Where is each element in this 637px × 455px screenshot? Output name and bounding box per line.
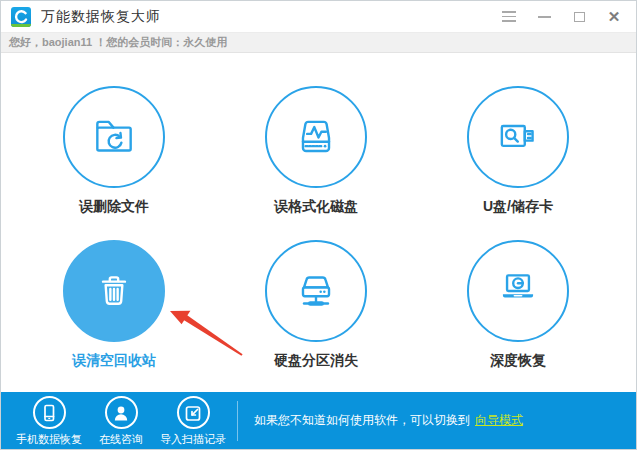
feature-lost-partition[interactable]: 硬盘分区消失 xyxy=(265,240,367,370)
usb-search-icon xyxy=(493,112,543,162)
feature-circle xyxy=(265,86,367,188)
disk-pulse-icon xyxy=(291,112,341,162)
footer-action-online-support[interactable]: 在线咨询 xyxy=(93,394,149,447)
feature-usb-card[interactable]: U盘/储存卡 xyxy=(467,86,569,216)
feature-deleted-files[interactable]: 误删除文件 xyxy=(63,86,165,216)
menu-icon[interactable] xyxy=(501,9,517,25)
trash-icon xyxy=(89,266,139,316)
laptop-scan-icon xyxy=(493,266,543,316)
feature-circle xyxy=(63,86,165,188)
maximize-icon[interactable] xyxy=(571,9,587,25)
phone-icon xyxy=(37,401,61,425)
footer-action-import-scan[interactable]: 导入扫描记录 xyxy=(165,394,221,447)
feature-deep-recovery[interactable]: 深度恢复 xyxy=(467,240,569,370)
feature-grid: 误删除文件 误格式化磁盘 xyxy=(1,53,636,393)
action-circle xyxy=(177,396,210,429)
feature-circle xyxy=(265,240,367,342)
feature-formatted-disk[interactable]: 误格式化磁盘 xyxy=(265,86,367,216)
action-circle xyxy=(105,396,138,429)
action-label: 手机数据恢复 xyxy=(16,432,82,447)
app-logo-icon xyxy=(11,7,31,27)
hdd-partition-icon xyxy=(291,266,341,316)
footer-divider xyxy=(237,401,238,441)
import-icon xyxy=(181,401,205,425)
greeting-bar: 您好，baojian11 ！您的会员时间：永久使用 xyxy=(1,33,636,53)
footer-action-phone-recovery[interactable]: 手机数据恢复 xyxy=(21,394,77,447)
app-title: 万能数据恢复大师 xyxy=(41,8,161,26)
feature-label: U盘/储存卡 xyxy=(483,198,553,216)
feature-label: 误清空回收站 xyxy=(72,352,156,370)
feature-circle xyxy=(467,86,569,188)
minimize-icon[interactable] xyxy=(536,9,552,25)
close-icon[interactable]: ✕ xyxy=(606,9,622,25)
greeting-text: 您好，baojian11 ！您的会员时间：永久使用 xyxy=(9,35,227,50)
feature-recycle-bin[interactable]: 误清空回收站 xyxy=(63,240,165,370)
help-text: 如果您不知道如何使用软件，可以切换到 xyxy=(254,413,470,427)
titlebar: 万能数据恢复大师 ✕ xyxy=(1,1,636,33)
feature-circle xyxy=(467,240,569,342)
app-window: 万能数据恢复大师 ✕ 您好，baojian11 ！您的会员时间：永久使用 xyxy=(0,0,637,450)
wizard-mode-link[interactable]: 向导模式 xyxy=(475,413,523,427)
feature-label: 误格式化磁盘 xyxy=(274,198,358,216)
folder-recycle-icon xyxy=(89,112,139,162)
action-label: 在线咨询 xyxy=(99,432,143,447)
action-label: 导入扫描记录 xyxy=(160,432,226,447)
person-icon xyxy=(109,401,133,425)
feature-label: 硬盘分区消失 xyxy=(274,352,358,370)
feature-label: 误删除文件 xyxy=(79,198,149,216)
feature-label: 深度恢复 xyxy=(490,352,546,370)
feature-circle xyxy=(63,240,165,342)
action-circle xyxy=(33,396,66,429)
footer-bar: 手机数据恢复 在线咨询 xyxy=(1,392,636,449)
